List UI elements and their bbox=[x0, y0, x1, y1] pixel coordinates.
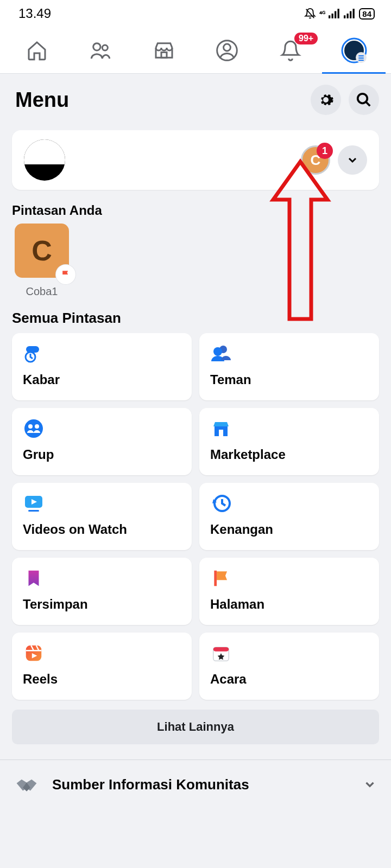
tab-menu[interactable] bbox=[322, 27, 386, 73]
svg-point-13 bbox=[224, 44, 231, 51]
tile-pages[interactable]: Halaman bbox=[199, 558, 379, 625]
marketplace-icon bbox=[153, 40, 175, 61]
shortcut-tile: C bbox=[15, 224, 69, 278]
svg-rect-19 bbox=[358, 60, 364, 61]
tab-home[interactable] bbox=[5, 27, 69, 73]
bell-off-icon bbox=[304, 8, 316, 20]
svg-point-20 bbox=[358, 94, 368, 104]
battery-icon: 84 bbox=[359, 8, 375, 20]
svg-rect-11 bbox=[161, 52, 167, 58]
tab-friends[interactable] bbox=[69, 27, 133, 73]
svg-rect-7 bbox=[350, 11, 351, 18]
network-4g-icon: ⁴ᴳ bbox=[319, 10, 325, 18]
svg-point-26 bbox=[24, 419, 43, 438]
tile-label: Tersimpan bbox=[23, 597, 181, 612]
handshake-icon bbox=[14, 772, 39, 797]
page-title: Menu bbox=[15, 88, 69, 112]
svg-point-28 bbox=[35, 424, 39, 429]
svg-rect-17 bbox=[358, 55, 364, 56]
svg-rect-36 bbox=[26, 646, 42, 661]
profile-icon bbox=[215, 39, 239, 62]
tile-reels[interactable]: Reels bbox=[12, 633, 192, 700]
tile-saved[interactable]: Tersimpan bbox=[12, 558, 192, 625]
status-right: ⁴ᴳ 84 bbox=[304, 8, 375, 20]
search-button[interactable] bbox=[349, 85, 379, 115]
svg-rect-39 bbox=[213, 647, 229, 652]
page-badge: 1 bbox=[317, 143, 333, 159]
tile-label: Halaman bbox=[210, 597, 368, 612]
page-switcher[interactable]: C 1 bbox=[301, 145, 330, 175]
tile-events[interactable]: Acara bbox=[199, 633, 379, 700]
shortcut-label: Coba1 bbox=[26, 285, 58, 298]
svg-rect-6 bbox=[347, 14, 349, 18]
gear-icon bbox=[318, 92, 334, 108]
svg-point-10 bbox=[102, 45, 108, 50]
tile-label: Kabar bbox=[23, 372, 181, 387]
svg-rect-2 bbox=[332, 14, 333, 18]
tile-feed[interactable]: Kabar bbox=[12, 333, 192, 400]
home-icon bbox=[26, 40, 48, 61]
menu-header: Menu bbox=[0, 74, 391, 123]
tile-memories[interactable]: Kenangan bbox=[199, 483, 379, 550]
page-flag-icon bbox=[56, 265, 75, 284]
svg-point-9 bbox=[93, 43, 100, 50]
tab-profile[interactable] bbox=[195, 27, 259, 73]
friends-tile-icon bbox=[210, 343, 232, 365]
watch-icon bbox=[23, 493, 45, 514]
search-icon bbox=[356, 92, 372, 108]
profile-card[interactable]: C 1 bbox=[12, 130, 379, 190]
svg-rect-35 bbox=[214, 571, 217, 586]
status-time: 13.49 bbox=[18, 6, 51, 21]
events-icon bbox=[210, 642, 232, 664]
reels-icon bbox=[23, 642, 45, 664]
tile-friends[interactable]: Teman bbox=[199, 333, 379, 400]
friends-icon bbox=[90, 40, 111, 61]
tile-label: Videos on Watch bbox=[23, 522, 181, 537]
notif-badge: 99+ bbox=[294, 33, 318, 44]
tile-marketplace[interactable]: Marketplace bbox=[199, 408, 379, 475]
tile-label: Reels bbox=[23, 672, 181, 687]
feed-icon bbox=[23, 343, 45, 365]
chevron-down-icon bbox=[346, 154, 359, 167]
svg-line-21 bbox=[366, 102, 370, 106]
tile-label: Teman bbox=[210, 372, 368, 387]
tile-label: Grup bbox=[23, 447, 181, 462]
expand-button[interactable] bbox=[338, 145, 367, 175]
svg-rect-4 bbox=[338, 9, 339, 18]
tab-marketplace[interactable] bbox=[132, 27, 195, 73]
svg-rect-18 bbox=[358, 58, 364, 59]
signal-icon bbox=[329, 9, 340, 18]
groups-icon bbox=[23, 418, 45, 439]
svg-rect-8 bbox=[353, 9, 355, 18]
shortcuts-title: Pintasan Anda bbox=[0, 190, 391, 224]
svg-point-27 bbox=[28, 424, 33, 429]
marketplace-tile-icon bbox=[210, 418, 232, 439]
shortcut-initial: C bbox=[31, 234, 52, 267]
svg-rect-5 bbox=[344, 15, 345, 18]
svg-rect-3 bbox=[335, 11, 336, 18]
tile-label: Acara bbox=[210, 672, 368, 687]
see-more-button[interactable]: Lihat Lainnya bbox=[12, 710, 379, 744]
menu-avatar-icon bbox=[341, 37, 367, 63]
all-shortcuts-title: Semua Pintasan bbox=[0, 298, 391, 333]
svg-rect-33 bbox=[28, 510, 39, 512]
signal-icon-2 bbox=[344, 9, 356, 18]
see-more-label: Lihat Lainnya bbox=[157, 720, 234, 734]
tab-notifications[interactable]: 99+ bbox=[259, 27, 323, 73]
shortcut-grid: Kabar Teman Grup Marketplace Videos on W… bbox=[0, 333, 391, 700]
svg-point-25 bbox=[213, 347, 222, 356]
tile-groups[interactable]: Grup bbox=[12, 408, 192, 475]
community-resources-row[interactable]: Sumber Informasi Komunitas bbox=[0, 760, 391, 809]
chevron-down-icon bbox=[363, 777, 377, 792]
pages-icon bbox=[210, 567, 232, 589]
tile-label: Marketplace bbox=[210, 447, 368, 462]
community-label: Sumber Informasi Komunitas bbox=[52, 776, 350, 793]
shortcut-item[interactable]: C Coba1 bbox=[12, 224, 72, 298]
svg-rect-22 bbox=[26, 346, 39, 353]
tile-label: Kenangan bbox=[210, 522, 368, 537]
saved-icon bbox=[23, 567, 45, 589]
tile-watch[interactable]: Videos on Watch bbox=[12, 483, 192, 550]
nav-tabs: 99+ bbox=[0, 27, 391, 74]
settings-button[interactable] bbox=[311, 85, 341, 115]
svg-rect-1 bbox=[329, 15, 330, 18]
